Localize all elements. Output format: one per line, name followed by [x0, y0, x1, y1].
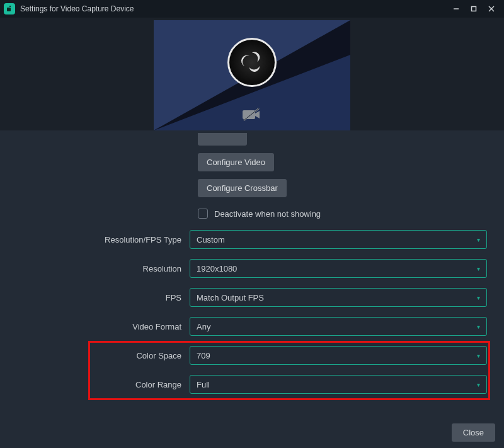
maximize-button[interactable] — [465, 2, 483, 16]
close-window-button[interactable] — [483, 2, 500, 16]
chevron-down-icon: ▾ — [477, 236, 480, 243]
color-space-select[interactable]: 709 ▾ — [190, 346, 487, 365]
video-format-select[interactable]: Any ▾ — [190, 317, 487, 336]
resolution-fps-type-select[interactable]: Custom ▾ — [190, 230, 487, 249]
chevron-down-icon: ▾ — [477, 265, 480, 272]
color-range-select[interactable]: Full ▾ — [190, 375, 487, 394]
streamlabs-icon — [4, 3, 15, 14]
configure-video-button[interactable]: Configure Video — [198, 153, 274, 171]
fps-select[interactable]: Match Output FPS ▾ — [190, 288, 487, 307]
titlebar: Settings for Video Capture Device — [0, 0, 504, 18]
resolution-input[interactable]: 1920x1080 ▾ — [190, 259, 487, 278]
deactivate-label: Deactivate when not showing — [214, 209, 321, 219]
resolution-fps-type-label: Resolution/FPS Type — [11, 235, 190, 244]
color-space-value: 709 — [197, 351, 210, 360]
svg-rect-0 — [7, 8, 11, 11]
chevron-down-icon: ▾ — [477, 352, 480, 359]
obs-logo-icon — [227, 38, 277, 87]
resolution-label: Resolution — [11, 264, 190, 273]
deactivate-checkbox[interactable] — [198, 209, 208, 219]
fps-value: Match Output FPS — [197, 293, 264, 302]
settings-form: Configure Video Configure Crossbar Deact… — [0, 130, 504, 416]
window-title: Settings for Video Capture Device — [20, 4, 134, 13]
close-button[interactable]: Close — [452, 423, 495, 442]
preview-area — [0, 18, 504, 130]
minimize-button[interactable] — [447, 2, 465, 16]
camera-off-icon — [243, 108, 261, 122]
color-range-label: Color Range — [11, 380, 190, 389]
clipped-button[interactable] — [198, 133, 247, 146]
configure-crossbar-button[interactable]: Configure Crossbar — [198, 179, 287, 197]
chevron-down-icon: ▾ — [477, 323, 480, 330]
video-preview — [154, 20, 350, 130]
video-format-value: Any — [197, 322, 210, 331]
resolution-value: 1920x1080 — [197, 264, 237, 273]
fps-label: FPS — [11, 293, 190, 302]
chevron-down-icon: ▾ — [477, 381, 480, 388]
dialog-footer: Close — [0, 416, 504, 448]
video-format-label: Video Format — [11, 322, 190, 331]
chevron-down-icon: ▾ — [477, 294, 480, 301]
resolution-fps-type-value: Custom — [197, 235, 225, 244]
color-range-value: Full — [197, 380, 210, 389]
color-space-label: Color Space — [11, 351, 190, 360]
svg-rect-1 — [9, 6, 11, 7]
svg-rect-3 — [472, 7, 476, 11]
